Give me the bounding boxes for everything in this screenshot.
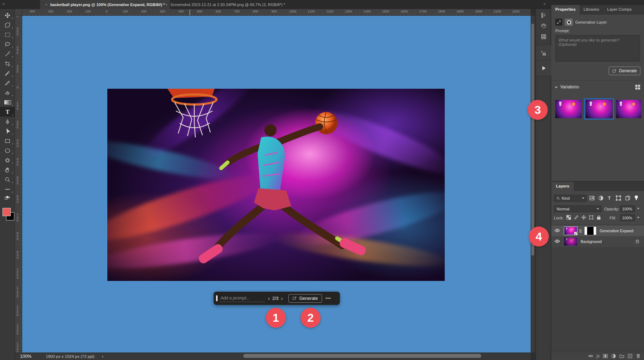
generative-expand-icon xyxy=(555,19,562,26)
horizontal-scrollbar-thumb[interactable] xyxy=(243,354,481,358)
brush-tool[interactable] xyxy=(0,78,15,88)
move-tool[interactable] xyxy=(0,10,15,20)
opacity-chevron-icon[interactable] xyxy=(637,208,639,209)
layer-thumbnail[interactable] xyxy=(564,227,577,235)
previous-variation-icon[interactable]: ‹ xyxy=(265,295,272,301)
layer-mask-thumbnail[interactable] xyxy=(585,227,596,235)
ruler-label: 400 xyxy=(23,9,42,13)
vertical-scrollbar-thumb[interactable] xyxy=(531,24,534,256)
zoom-tool[interactable] xyxy=(0,175,15,184)
collapse-right-panels-icon[interactable]: « xyxy=(543,1,546,6)
opacity-field[interactable]: 100% xyxy=(620,205,635,212)
adjustment-layer-icon[interactable] xyxy=(611,354,616,359)
patterns-panel-icon[interactable] xyxy=(536,31,551,42)
layer-type-label: Generative Layer xyxy=(575,20,607,24)
ruler-label: 300 xyxy=(153,9,172,13)
fill-field[interactable]: 100% xyxy=(620,214,635,221)
collapse-left-panel-icon[interactable]: » xyxy=(3,1,5,6)
variation-thumbnail-2-selected[interactable] xyxy=(586,100,613,118)
crop-tool[interactable] xyxy=(0,59,15,68)
filter-type-layers-icon[interactable]: T xyxy=(608,195,611,201)
new-group-icon[interactable] xyxy=(619,354,624,359)
delete-layer-icon[interactable] xyxy=(636,354,641,359)
filter-shape-layers-icon[interactable] xyxy=(616,195,621,201)
layer-name[interactable]: Background xyxy=(581,239,602,244)
ellipse-tool[interactable] xyxy=(0,146,15,155)
prompt-input[interactable] xyxy=(220,295,265,302)
history-panel-icon[interactable] xyxy=(536,10,551,20)
layer-row-generative-expand[interactable]: Generative Expand xyxy=(551,225,644,236)
marquee-select-tool[interactable] xyxy=(0,30,15,39)
layer-name[interactable]: Generative Expand xyxy=(600,229,633,233)
hand-tool[interactable] xyxy=(0,165,15,175)
eraser-tool[interactable] xyxy=(0,88,15,97)
zoom-level-field[interactable]: 100% xyxy=(20,354,31,359)
prompt-label: Prompt: xyxy=(555,29,570,33)
variation-thumbnail-3[interactable] xyxy=(616,100,641,118)
foreground-color-swatch[interactable] xyxy=(3,208,11,216)
vertical-scrollbar[interactable] xyxy=(531,16,535,352)
generate-button[interactable]: Generate xyxy=(288,294,322,303)
tab-layers[interactable]: Layers xyxy=(551,182,574,191)
chevron-down-icon xyxy=(597,208,599,210)
taskbar-drag-handle[interactable] xyxy=(216,295,218,301)
eyedropper-tool[interactable] xyxy=(0,68,15,78)
lasso-tool[interactable] xyxy=(0,39,15,49)
layer-visibility-eye-icon[interactable] xyxy=(555,239,560,244)
layer-thumbnail[interactable] xyxy=(564,238,577,245)
actions-panel-icon[interactable] xyxy=(536,60,551,76)
new-layer-icon[interactable] xyxy=(628,354,633,359)
lock-transparency-icon[interactable] xyxy=(566,215,571,220)
ruler-label: 200 xyxy=(15,40,20,59)
more-options-icon[interactable]: ••• xyxy=(322,296,335,301)
close-tab-icon[interactable]: × xyxy=(45,3,47,7)
next-variation-icon[interactable]: › xyxy=(278,295,285,301)
filter-pixel-layers-icon[interactable] xyxy=(589,195,595,201)
document-image[interactable] xyxy=(107,89,445,281)
lock-artboard-icon[interactable] xyxy=(589,215,594,220)
lock-all-icon[interactable] xyxy=(596,215,601,220)
artboard-tool[interactable] xyxy=(0,20,15,30)
variations-section-header[interactable]: Variations xyxy=(555,84,579,89)
blend-mode-select[interactable]: Normal xyxy=(554,205,602,212)
variation-thumbnail-1[interactable] xyxy=(555,100,582,118)
filter-toggle-icon[interactable] xyxy=(635,195,638,200)
filter-adjustment-layers-icon[interactable] xyxy=(598,195,604,201)
layer-visibility-eye-icon[interactable] xyxy=(555,229,560,233)
variations-grid-view-icon[interactable] xyxy=(635,84,640,91)
lock-position-icon[interactable] xyxy=(581,215,586,220)
layer-row-background[interactable]: Background xyxy=(551,236,644,247)
status-expand-icon[interactable]: › xyxy=(102,354,103,359)
quick-selection-tool[interactable] xyxy=(0,49,15,59)
tab-libraries[interactable]: Libraries xyxy=(580,5,603,15)
lock-pixels-icon[interactable] xyxy=(574,215,579,220)
document-tab-basketball[interactable]: × basketball player.png @ 100% (Generati… xyxy=(40,0,170,9)
color-panel-icon[interactable] xyxy=(536,20,551,31)
add-layer-mask-icon[interactable] xyxy=(603,354,608,359)
tab-layer-comps[interactable]: Layer Comps xyxy=(603,5,635,15)
prompt-textarea[interactable] xyxy=(555,35,640,62)
custom-shape-tool[interactable] xyxy=(0,155,15,165)
rectangle-tool[interactable] xyxy=(0,136,15,146)
generate-button-properties[interactable]: Generate xyxy=(609,67,640,75)
link-layers-icon[interactable] xyxy=(588,354,593,359)
gradient-tool[interactable] xyxy=(0,97,15,107)
document-tab-screenshot[interactable]: × Screenshot 2023-12-21 at 2.30.34PM.png… xyxy=(160,0,290,9)
pen-tool[interactable] xyxy=(0,117,15,126)
close-tab-icon[interactable]: × xyxy=(165,3,167,7)
edit-toolbar-icon[interactable] xyxy=(0,184,15,194)
clone-source-panel-icon[interactable] xyxy=(536,45,551,60)
type-tool[interactable]: T xyxy=(0,107,15,117)
layer-mask-link-icon[interactable] xyxy=(579,229,582,233)
path-selection-tool[interactable] xyxy=(0,126,15,136)
fill-label: Fill: xyxy=(610,216,616,220)
layer-lock-icon xyxy=(635,239,639,244)
ruler-label: 700 xyxy=(228,9,246,13)
layer-effects-icon[interactable]: fx xyxy=(596,354,600,359)
fill-chevron-icon[interactable] xyxy=(637,217,639,218)
filter-smart-objects-icon[interactable] xyxy=(625,195,630,201)
ruler-corner xyxy=(15,9,22,16)
layer-filter-kind-select[interactable]: Kind xyxy=(554,195,587,202)
swap-colors-icon[interactable] xyxy=(0,194,15,202)
tab-properties[interactable]: Properties xyxy=(551,5,580,15)
